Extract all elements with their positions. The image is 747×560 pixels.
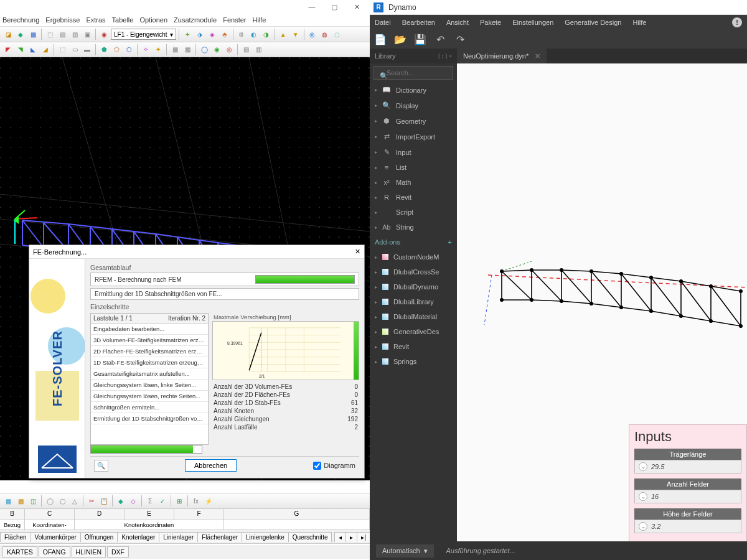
toolbar-icon[interactable]: ◣ — [27, 44, 39, 55]
toolbar-icon[interactable]: ✓ — [157, 495, 168, 506]
addon-item[interactable]: ▸DlubalCrossSe — [370, 264, 457, 279]
cancel-button[interactable]: Abbrechen — [185, 459, 237, 472]
toolbar-icon[interactable]: ◎ — [307, 29, 318, 40]
toolbar-icon[interactable]: ✧ — [140, 44, 151, 55]
library-category[interactable]: ▸🔍Display — [370, 98, 457, 113]
tab-volumenkoerper[interactable]: Volumenkörper — [31, 532, 81, 542]
open-file-icon[interactable]: 📂 — [395, 34, 406, 45]
menu-fenster[interactable]: Fenster — [223, 16, 246, 24]
toolbar-icon[interactable]: ▦ — [2, 495, 14, 506]
maximize-button[interactable]: ▢ — [324, 1, 345, 13]
toolbar-icon[interactable]: ◯ — [44, 495, 55, 506]
toolbar-icon[interactable]: ◥ — [15, 44, 26, 55]
addon-item[interactable]: ▸DlubalLibrary — [370, 294, 457, 309]
new-file-icon[interactable]: 📄 — [375, 34, 386, 45]
run-mode-dropdown[interactable]: Automatisch ▾ — [376, 544, 434, 558]
toolbar-icon[interactable]: ◢ — [40, 44, 51, 55]
toolbar-icon[interactable]: ▦ — [27, 29, 39, 40]
toolbar-icon[interactable]: ▲ — [278, 29, 289, 40]
toolbar-icon[interactable]: ▦ — [169, 44, 181, 55]
menu-einstellungen[interactable]: Einstellungen — [512, 19, 553, 26]
toolbar-icon[interactable]: ⬟ — [98, 44, 110, 55]
chevron-down-icon[interactable]: ⌄ — [639, 462, 647, 471]
library-category[interactable]: ▸x²Math — [370, 175, 457, 190]
toolbar-icon[interactable]: ▭ — [69, 44, 80, 55]
toolbar-icon[interactable]: ⬘ — [219, 29, 230, 40]
toolbar-icon[interactable]: ◑ — [261, 29, 272, 40]
col-b[interactable]: B — [0, 509, 25, 520]
menu-datei[interactable]: Datei — [375, 19, 391, 26]
toolbar-icon[interactable]: ◆ — [15, 29, 26, 40]
toolbar-icon[interactable]: ⬠ — [111, 44, 122, 55]
menu-bearbeiten[interactable]: Bearbeiten — [402, 19, 435, 26]
input-value[interactable]: ⌄3.2 — [634, 520, 741, 533]
addon-item[interactable]: ▸GenerativeDes — [370, 324, 457, 339]
toolbar-icon[interactable]: ▣ — [82, 29, 93, 40]
toolbar-icon[interactable]: ⬚ — [57, 44, 68, 55]
menu-extras[interactable]: Extras — [86, 16, 105, 24]
toolbar-icon[interactable]: ✦ — [182, 29, 193, 40]
toolbar-icon[interactable]: ⬗ — [194, 29, 205, 40]
toolbar-icon[interactable]: ◉ — [211, 44, 222, 55]
toolbar-icon[interactable]: ▥ — [253, 44, 264, 55]
scroll-right-icon[interactable]: ▸ — [345, 532, 357, 542]
toolbar-icon[interactable]: ▤ — [240, 44, 251, 55]
scroll-left-icon[interactable]: ◂ — [334, 532, 346, 542]
undo-icon[interactable]: ↶ — [435, 34, 446, 45]
redo-icon[interactable]: ↷ — [454, 34, 466, 45]
dialog-titlebar[interactable]: FE-Berechnung... ✕ — [29, 245, 364, 259]
search-icon[interactable]: 🔍 — [94, 460, 108, 472]
menu-hilfe[interactable]: Hilfe — [252, 16, 266, 24]
toolbar-icon[interactable]: ◐ — [248, 29, 260, 40]
input-value[interactable]: ⌄29.5 — [634, 460, 741, 474]
plus-icon[interactable]: + — [448, 238, 452, 246]
library-category[interactable]: ▸Script — [370, 205, 457, 220]
toolbar-icon[interactable]: ▤ — [57, 29, 68, 40]
menu-zusatzmodule[interactable]: Zusatzmodule — [174, 16, 217, 24]
toolbar-icon[interactable]: 📋 — [98, 495, 110, 506]
toolbar-icon[interactable]: ◉ — [98, 29, 110, 40]
scroll-end-icon[interactable]: ▸| — [357, 532, 370, 542]
menu-tabelle[interactable]: Tabelle — [112, 16, 134, 24]
menu-berechnung[interactable]: Berechnung — [2, 16, 39, 24]
excel-icon[interactable]: ⊞ — [174, 495, 185, 506]
addons-header[interactable]: Add-ons + — [370, 235, 457, 250]
toolbar-icon[interactable]: ◍ — [319, 29, 331, 40]
addon-item[interactable]: ▸DlubalDynamo — [370, 279, 457, 294]
toolbar-icon[interactable]: ◤ — [2, 44, 14, 55]
close-button[interactable]: ✕ — [346, 1, 367, 13]
addon-item[interactable]: ▸Springs — [370, 354, 457, 369]
toolbar-icon[interactable]: ✂ — [86, 495, 97, 506]
toolbar-icon[interactable]: ◫ — [27, 495, 39, 506]
toolbar-icon[interactable]: ▢ — [57, 495, 68, 506]
toolbar-icon[interactable]: ▬ — [82, 44, 93, 55]
toolbar-icon[interactable]: ▥ — [69, 29, 80, 40]
menu-ergebnisse[interactable]: Ergebnisse — [45, 16, 80, 24]
file-tab[interactable]: NeuOptimierung.dyn* ✕ — [457, 49, 547, 63]
toolbar-icon[interactable]: ◈ — [207, 29, 218, 40]
col-c[interactable]: C — [25, 509, 75, 520]
library-tab[interactable]: Library | ↕ | ≡ — [370, 49, 457, 63]
dynamo-canvas[interactable]: Inputs Trägerlänge⌄29.5Anzahl Felder⌄16H… — [457, 63, 747, 541]
tab-liniengelenke[interactable]: Liniengelenke — [242, 532, 289, 542]
toolbar-icon[interactable]: ◆ — [115, 495, 126, 506]
toolbar-icon[interactable]: ◯ — [199, 44, 210, 55]
library-category[interactable]: ▸RRevit — [370, 190, 457, 205]
toolbar-icon[interactable]: ⬡ — [123, 44, 134, 55]
loadcase-combo[interactable]: LF1 - Eigengewicht▾ — [111, 29, 176, 40]
status-ofang[interactable]: OFANG — [39, 546, 70, 558]
tab-flaechenlager[interactable]: Flächenlager — [197, 532, 242, 542]
status-dxf[interactable]: DXF — [107, 546, 129, 558]
tab-knotenlager[interactable]: Knotenlager — [117, 532, 159, 542]
info-icon[interactable]: ! — [732, 17, 742, 27]
chevron-down-icon[interactable]: ⌄ — [639, 492, 647, 501]
toolbar-icon[interactable]: fx — [190, 495, 202, 506]
tab-flaechen[interactable]: Flächen — [0, 532, 31, 542]
toolbar-icon[interactable]: ▼ — [290, 29, 301, 40]
library-category[interactable]: ▸📖Dictionary — [370, 82, 457, 98]
col-f[interactable]: F — [174, 509, 224, 520]
toolbar-icon[interactable]: ▩ — [15, 495, 26, 506]
input-value[interactable]: ⌄16 — [634, 490, 741, 503]
toolbar-icon[interactable]: Σ — [144, 495, 156, 506]
tab-oeffnungen[interactable]: Öffnungen — [80, 532, 118, 542]
